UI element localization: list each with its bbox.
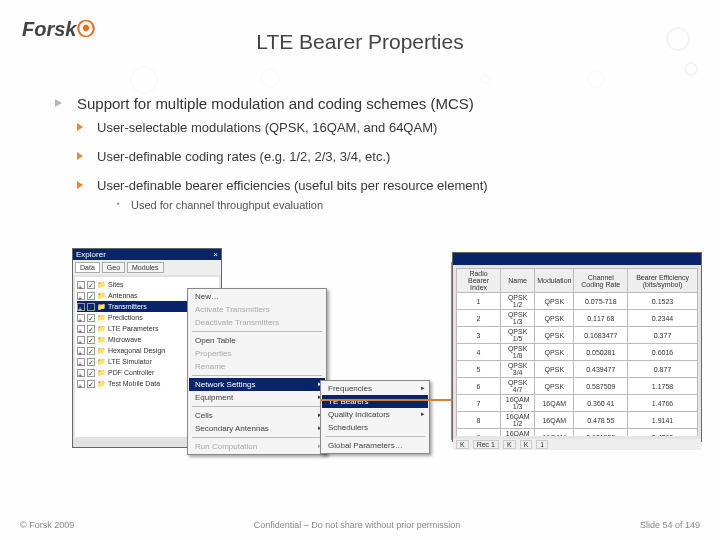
tab-geo[interactable]: Geo bbox=[102, 262, 125, 273]
expand-icon[interactable]: + bbox=[77, 380, 85, 388]
cell: 0.377 bbox=[628, 327, 698, 344]
screenshots-area: Explorer × Data Geo Modules +✓📁Sites+✓📁A… bbox=[72, 248, 672, 473]
tree-label: Sites bbox=[108, 279, 124, 290]
decor-circle bbox=[130, 66, 158, 94]
table-row[interactable]: 6QPSK 4/7QPSK0.5875091.1758 bbox=[457, 378, 698, 395]
cell: 16QAM 1/3 bbox=[501, 395, 535, 412]
tree-label: Hexagonal Design bbox=[108, 345, 165, 356]
cell: QPSK bbox=[535, 310, 574, 327]
table-row[interactable]: 4QPSK 1/8QPSK0.0502810.6016 bbox=[457, 344, 698, 361]
tree-label: Transmitters bbox=[108, 301, 147, 312]
tab-data[interactable]: Data bbox=[75, 262, 100, 273]
column-header[interactable]: Modulation bbox=[535, 269, 574, 293]
menu-item[interactable]: New… bbox=[189, 290, 325, 303]
cell: 0.2344 bbox=[628, 310, 698, 327]
cell: 1 bbox=[457, 293, 501, 310]
cell: 16QAM bbox=[535, 412, 574, 429]
tab-modules[interactable]: Modules bbox=[127, 262, 163, 273]
column-header[interactable]: Radio Bearer Index bbox=[457, 269, 501, 293]
table-row[interactable]: 916QAM 3/516QAM0.6015552.4063 bbox=[457, 429, 698, 437]
folder-icon: 📁 bbox=[97, 345, 106, 356]
cell: 4 bbox=[457, 344, 501, 361]
page-title: LTE Bearer Properties bbox=[0, 30, 720, 54]
status-cell: K bbox=[456, 440, 469, 449]
footer-slide: Slide 54 of 149 bbox=[640, 520, 700, 530]
table-row[interactable]: 816QAM 1/216QAM0.478 551.9141 bbox=[457, 412, 698, 429]
column-header[interactable]: Name bbox=[501, 269, 535, 293]
expand-icon[interactable]: + bbox=[77, 325, 85, 333]
expand-icon[interactable]: + bbox=[77, 303, 85, 311]
decor-circle bbox=[480, 74, 490, 84]
checkbox-icon[interactable]: ✓ bbox=[87, 314, 95, 322]
checkbox-icon[interactable]: ✓ bbox=[87, 303, 95, 311]
expand-icon[interactable]: + bbox=[77, 292, 85, 300]
menu-item[interactable]: Equipment bbox=[189, 391, 325, 404]
cell: QPSK 3/4 bbox=[501, 361, 535, 378]
bullet-level1: Support for multiple modulation and codi… bbox=[55, 95, 675, 112]
expand-icon[interactable]: + bbox=[77, 336, 85, 344]
cell: 7 bbox=[457, 395, 501, 412]
table-row[interactable]: 3QPSK 1/5QPSK0.16834770.377 bbox=[457, 327, 698, 344]
tree-label: Microwave bbox=[108, 334, 141, 345]
table-row[interactable]: 1QPSK 1/2QPSK0.075-7180.1523 bbox=[457, 293, 698, 310]
menu-item[interactable]: Cells bbox=[189, 409, 325, 422]
tree-label: PDF Controller bbox=[108, 367, 154, 378]
status-cell: K bbox=[503, 440, 516, 449]
cell: QPSK 1/5 bbox=[501, 327, 535, 344]
menu-item[interactable]: Global Parameters… bbox=[322, 439, 428, 452]
statusbar: KRec 1KK1 bbox=[453, 439, 701, 450]
checkbox-icon[interactable]: ✓ bbox=[87, 369, 95, 377]
expand-icon[interactable]: + bbox=[77, 347, 85, 355]
menu-item[interactable]: Schedulers bbox=[322, 421, 428, 434]
table-row[interactable]: 2QPSK 1/3QPSK0.117 680.2344 bbox=[457, 310, 698, 327]
expand-icon[interactable]: + bbox=[77, 314, 85, 322]
checkbox-icon[interactable]: ✓ bbox=[87, 325, 95, 333]
checkbox-icon[interactable]: ✓ bbox=[87, 380, 95, 388]
cell: QPSK bbox=[535, 293, 574, 310]
column-header[interactable]: Channel Coding Rate bbox=[574, 269, 628, 293]
bullet-level3: Used for channel throughput evaluation bbox=[117, 199, 675, 211]
expand-icon[interactable]: + bbox=[77, 369, 85, 377]
cell: 0.360 41 bbox=[574, 395, 628, 412]
footer-copyright: © Forsk 2009 bbox=[20, 520, 74, 530]
content: Support for multiple modulation and codi… bbox=[55, 95, 675, 211]
separator bbox=[192, 375, 322, 376]
menu-item[interactable]: Quality Indicators bbox=[322, 408, 428, 421]
menu-item[interactable]: Network Settings bbox=[189, 378, 325, 391]
separator bbox=[192, 406, 322, 407]
table-row[interactable]: 5QPSK 3/4QPSK0.4394770.877 bbox=[457, 361, 698, 378]
cell: 1.4766 bbox=[628, 395, 698, 412]
cell: QPSK 1/8 bbox=[501, 344, 535, 361]
tree-label: LTE Parameters bbox=[108, 323, 158, 334]
column-header[interactable]: Bearer Efficiency (bits/symbol) bbox=[628, 269, 698, 293]
menu-item[interactable]: Secondary Antennas bbox=[189, 422, 325, 435]
checkbox-icon[interactable]: ✓ bbox=[87, 292, 95, 300]
menu-item[interactable]: Open Table bbox=[189, 334, 325, 347]
cell: QPSK 1/2 bbox=[501, 293, 535, 310]
checkbox-icon[interactable]: ✓ bbox=[87, 347, 95, 355]
menu-item: Run Computation bbox=[189, 440, 325, 453]
folder-icon: 📁 bbox=[97, 312, 106, 323]
cell: 0.117 68 bbox=[574, 310, 628, 327]
expand-icon[interactable]: + bbox=[77, 358, 85, 366]
checkbox-icon[interactable]: ✓ bbox=[87, 281, 95, 289]
cell: 0.6016 bbox=[628, 344, 698, 361]
close-icon[interactable]: × bbox=[213, 250, 218, 259]
folder-icon: 📁 bbox=[97, 356, 106, 367]
folder-icon: 📁 bbox=[97, 323, 106, 334]
checkbox-icon[interactable]: ✓ bbox=[87, 336, 95, 344]
cell: 8 bbox=[457, 412, 501, 429]
expand-icon[interactable]: + bbox=[77, 281, 85, 289]
grid-wrap: Radio Bearer IndexNameModulationChannel … bbox=[456, 268, 698, 436]
menu-item[interactable]: TE Bearers bbox=[322, 395, 428, 408]
cell: 5 bbox=[457, 361, 501, 378]
cell: 9 bbox=[457, 429, 501, 437]
menu-item: Rename bbox=[189, 360, 325, 373]
folder-icon: 📁 bbox=[97, 301, 106, 312]
checkbox-icon[interactable]: ✓ bbox=[87, 358, 95, 366]
folder-icon: 📁 bbox=[97, 334, 106, 345]
menu-item[interactable]: Frequencies bbox=[322, 382, 428, 395]
cell: 16QAM bbox=[535, 429, 574, 437]
decor-circle bbox=[587, 70, 605, 88]
table-row[interactable]: 716QAM 1/316QAM0.360 411.4766 bbox=[457, 395, 698, 412]
